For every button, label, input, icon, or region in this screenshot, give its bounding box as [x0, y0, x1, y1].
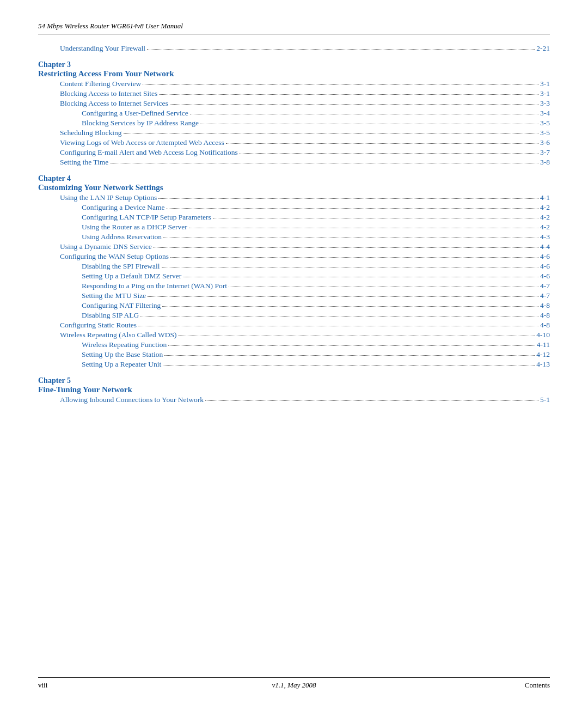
toc-entry[interactable]: Setting Up a Repeater Unit4-13 [38, 360, 550, 369]
toc-dots [205, 400, 538, 401]
toc-entry-label[interactable]: Setting Up a Default DMZ Server [82, 272, 181, 281]
toc-entry[interactable]: Setting the MTU Size4-7 [38, 291, 550, 300]
toc-entry-label[interactable]: Viewing Logs of Web Access or Attempted … [60, 138, 224, 147]
toc-dots [190, 114, 538, 114]
toc-entry[interactable]: Setting Up a Default DMZ Server4-6 [38, 272, 550, 281]
toc-entry[interactable]: Configuring Static Routes4-8 [38, 321, 550, 330]
toc-page-number: 4-2 [540, 213, 550, 222]
toc-entry-label[interactable]: Setting the Time [60, 158, 108, 167]
toc-page-number: 5-1 [540, 395, 550, 404]
toc-page-number: 4-8 [540, 311, 550, 320]
toc-dots [124, 133, 538, 134]
toc-dots [140, 316, 538, 317]
chapter-heading: Chapter 5Fine-Tuning Your Network [38, 376, 550, 394]
toc-page-number: 4-12 [536, 350, 550, 359]
toc-page-number: 4-11 [537, 340, 550, 349]
toc-page-number: 4-6 [540, 272, 550, 281]
toc-entry[interactable]: Content Filtering Overview3-1 [38, 80, 550, 88]
toc-entry[interactable]: Configuring the WAN Setup Options4-6 [38, 252, 550, 261]
footer-page-number: viii [38, 681, 47, 690]
toc-entry-label[interactable]: Blocking Services by IP Address Range [82, 119, 199, 127]
toc-entry[interactable]: Blocking Access to Internet Sites3-1 [38, 89, 550, 98]
toc-entry-label[interactable]: Setting the MTU Size [82, 291, 146, 300]
toc-dots [178, 336, 535, 336]
chapter-title: Fine-Tuning Your Network [38, 385, 132, 394]
toc-entry-label[interactable]: Setting Up the Base Station [82, 350, 163, 359]
toc-dots [200, 124, 538, 124]
toc-entry[interactable]: Using the Router as a DHCP Server4-2 [38, 223, 550, 232]
chapter-label: Chapter 3 [38, 60, 71, 69]
toc-dots [226, 143, 538, 144]
toc-entry[interactable]: Configuring a Device Name4-2 [38, 203, 550, 212]
toc-entry[interactable]: Setting the Time3-8 [38, 158, 550, 167]
toc-entry[interactable]: Using a Dynamic DNS Service4-4 [38, 242, 550, 251]
toc-page-number: 3-6 [540, 138, 550, 147]
toc-dots [143, 84, 538, 85]
toc-entry[interactable]: Setting Up the Base Station4-12 [38, 350, 550, 359]
toc-entry-label[interactable]: Disabling the SPI Firewall [82, 262, 160, 271]
toc-entry[interactable]: Viewing Logs of Web Access or Attempted … [38, 138, 550, 147]
toc-entry-label[interactable]: Disabling SIP ALG [82, 311, 139, 320]
toc-dots [170, 257, 538, 258]
toc-entry[interactable]: Using the LAN IP Setup Options4-1 [38, 193, 550, 202]
toc-entry-label[interactable]: Configuring a Device Name [82, 203, 165, 212]
toc-entry-label[interactable]: Allowing Inbound Connections to Your Net… [60, 395, 204, 404]
toc-page-number: 3-5 [540, 129, 550, 137]
toc-entry[interactable]: Configuring NAT Filtering4-8 [38, 301, 550, 310]
toc-entry[interactable]: Scheduling Blocking3-5 [38, 129, 550, 137]
toc-entry[interactable]: Responding to a Ping on the Internet (WA… [38, 282, 550, 290]
toc-entry-label[interactable]: Configuring NAT Filtering [82, 301, 161, 310]
toc-entry[interactable]: Configuring a User-Defined Service3-4 [38, 109, 550, 118]
toc-dots [138, 326, 538, 326]
toc-entry-label[interactable]: Using Address Reservation [82, 233, 162, 241]
toc-entry-label[interactable]: Using the LAN IP Setup Options [60, 193, 157, 202]
toc-page-number: 3-1 [540, 80, 550, 88]
toc-page-number: 3-8 [540, 158, 550, 167]
toc-entry-label[interactable]: Configuring Static Routes [60, 321, 137, 330]
toc-dots [240, 153, 538, 154]
toc-page-number: 2-21 [536, 44, 550, 53]
toc-dots [148, 296, 538, 297]
toc-entry-label[interactable]: Using a Dynamic DNS Service [60, 242, 152, 251]
toc-entry[interactable]: Configuring E-mail Alert and Web Access … [38, 148, 550, 157]
toc-entry-label[interactable]: Configuring the WAN Setup Options [60, 252, 169, 261]
toc-page-number: 3-1 [540, 89, 550, 98]
toc-page-number: 4-3 [540, 233, 550, 241]
toc-entry[interactable]: Blocking Services by IP Address Range3-5 [38, 119, 550, 127]
toc-entry[interactable]: Disabling the SPI Firewall4-6 [38, 262, 550, 271]
toc-entry-label[interactable]: Scheduling Blocking [60, 129, 122, 137]
toc-entry[interactable]: Disabling SIP ALG4-8 [38, 311, 550, 320]
toc-dots [189, 228, 538, 228]
toc-dots [159, 94, 538, 95]
toc-entry[interactable]: Wireless Repeating (Also Called WDS)4-10 [38, 331, 550, 339]
toc-entry[interactable]: Using Address Reservation4-3 [38, 233, 550, 241]
toc-entry-label[interactable]: Blocking Access to Internet Sites [60, 89, 157, 98]
toc-entry[interactable]: Understanding Your Firewall2-21 [38, 44, 550, 53]
chapter-label: Chapter 5 [38, 376, 71, 385]
toc-entry[interactable]: Wireless Repeating Function4-11 [38, 340, 550, 349]
toc-entry-label[interactable]: Responding to a Ping on the Internet (WA… [82, 282, 227, 290]
toc-page-number: 4-8 [540, 301, 550, 310]
toc-entry-label[interactable]: Blocking Access to Internet Services [60, 99, 168, 108]
toc-entry-label[interactable]: Configuring a User-Defined Service [82, 109, 188, 118]
toc-entry-label[interactable]: Configuring LAN TCP/IP Setup Parameters [82, 213, 211, 222]
toc-page-number: 4-6 [540, 252, 550, 261]
toc-dots [170, 104, 538, 105]
toc-entry-label[interactable]: Wireless Repeating Function [82, 340, 167, 349]
toc-dots [168, 345, 535, 346]
toc-entry[interactable]: Configuring LAN TCP/IP Setup Parameters4… [38, 213, 550, 222]
toc-entry[interactable]: Allowing Inbound Connections to Your Net… [38, 395, 550, 404]
toc-entry-label[interactable]: Configuring E-mail Alert and Web Access … [60, 148, 238, 157]
toc-entry-label[interactable]: Understanding Your Firewall [60, 44, 145, 53]
toc-entry[interactable]: Blocking Access to Internet Services3-3 [38, 99, 550, 108]
toc-dots [147, 49, 535, 50]
header-title: 54 Mbps Wireless Router WGR614v8 User Ma… [38, 22, 183, 31]
toc-entry-label[interactable]: Using the Router as a DHCP Server [82, 223, 187, 232]
toc-entry-label[interactable]: Wireless Repeating (Also Called WDS) [60, 331, 176, 339]
toc-dots [162, 306, 538, 307]
toc-entry-label[interactable]: Setting Up a Repeater Unit [82, 360, 161, 369]
toc-entry-label[interactable]: Content Filtering Overview [60, 80, 141, 88]
chapter-heading: Chapter 3Restricting Access From Your Ne… [38, 60, 550, 78]
toc-page-number: 4-8 [540, 321, 550, 330]
chapter-title: Restricting Access From Your Network [38, 69, 174, 78]
